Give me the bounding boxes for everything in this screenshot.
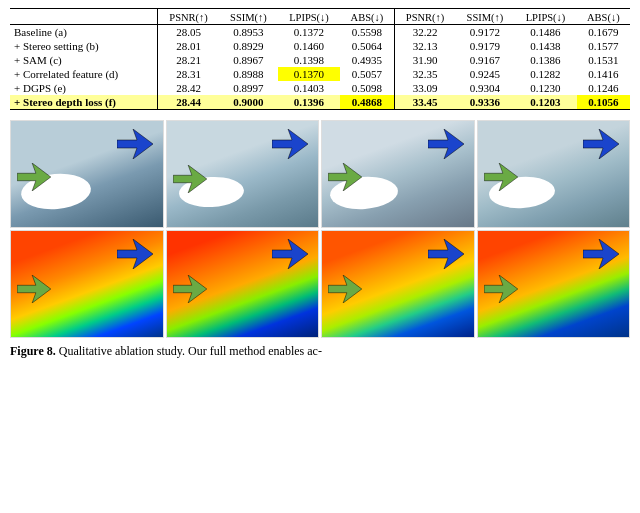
green-arrow-d-bot [173, 275, 207, 303]
row-value: 0.1372 [278, 25, 340, 40]
row-value: 0.1679 [577, 25, 630, 40]
row-value: 0.9304 [456, 81, 515, 95]
row-value: 0.1386 [514, 53, 576, 67]
figure-caption-text: Qualitative ablation study. Our full met… [59, 344, 322, 358]
svg-marker-4 [428, 129, 464, 159]
row-value: 0.8929 [219, 39, 278, 53]
row-value: 0.5057 [340, 67, 394, 81]
row-value: 0.9179 [456, 39, 515, 53]
image-d-bot [166, 230, 320, 338]
row-value: 32.35 [394, 67, 456, 81]
green-arrow-b-top [17, 163, 51, 191]
green-arrow-f-bot [484, 275, 518, 303]
row-value: 0.9000 [219, 95, 278, 110]
row-value: 0.8988 [219, 67, 278, 81]
image-f-top [477, 120, 631, 228]
row-value: 0.1203 [514, 95, 576, 110]
row-value: 0.9167 [456, 53, 515, 67]
row-label: + Stereo depth loss (f) [10, 95, 158, 110]
table-subheader-row: PSNR(↑) SSIM(↑) LPIPS(↓) ABS(↓) PSNR(↑) … [10, 11, 630, 25]
row-value: 0.1370 [278, 67, 340, 81]
figure-caption: Figure 8. Qualitative ablation study. Ou… [10, 344, 630, 360]
row-value: 0.1246 [577, 81, 630, 95]
row-value: 0.9336 [456, 95, 515, 110]
row-value: 0.1438 [514, 39, 576, 53]
images-top-row [10, 120, 630, 228]
svg-marker-11 [173, 275, 207, 303]
svg-marker-15 [484, 275, 518, 303]
svg-marker-2 [272, 129, 308, 159]
row-value: 28.31 [158, 67, 220, 81]
image-b-bot [10, 230, 164, 338]
metric-5: PSNR(↑) [394, 11, 456, 25]
row-value: 33.09 [394, 81, 456, 95]
metric-6: SSIM(↑) [456, 11, 515, 25]
row-value: 0.5598 [340, 25, 394, 40]
svg-marker-10 [272, 239, 308, 269]
blue-arrow-d-top [272, 129, 308, 159]
row-value: 28.21 [158, 53, 220, 67]
green-arrow-f-top [484, 163, 518, 191]
svg-marker-6 [583, 129, 619, 159]
row-value: 28.01 [158, 39, 220, 53]
row-value: 0.1403 [278, 81, 340, 95]
row-label: + Correlated feature (d) [10, 67, 158, 81]
svg-marker-8 [117, 239, 153, 269]
row-value: 0.1398 [278, 53, 340, 67]
row-value: 0.1577 [577, 39, 630, 53]
table-row: + Stereo setting (b)28.010.89290.14600.5… [10, 39, 630, 53]
blue-arrow-b-bot [117, 239, 153, 269]
row-value: 32.13 [394, 39, 456, 53]
green-arrow-b-bot [17, 275, 51, 303]
images-bottom-row [10, 230, 630, 338]
row-value: 28.44 [158, 95, 220, 110]
row-value: 0.1396 [278, 95, 340, 110]
table-row: + Stereo depth loss (f)28.440.90000.1396… [10, 95, 630, 110]
blue-arrow-e-bot [428, 239, 464, 269]
svg-marker-12 [428, 239, 464, 269]
row-value: 0.1056 [577, 95, 630, 110]
table-row: + DGPS (e)28.420.89970.14030.509833.090.… [10, 81, 630, 95]
row-value: 0.4935 [340, 53, 394, 67]
blue-arrow-f-top [583, 129, 619, 159]
metric-2: SSIM(↑) [219, 11, 278, 25]
image-b-top [10, 120, 164, 228]
image-e-bot [321, 230, 475, 338]
blue-arrow-f-bot [583, 239, 619, 269]
image-f-bot [477, 230, 631, 338]
row-value: 31.90 [394, 53, 456, 67]
row-label: Baseline (a) [10, 25, 158, 40]
row-value: 0.9245 [456, 67, 515, 81]
row-value: 0.1531 [577, 53, 630, 67]
row-value: 0.4868 [340, 95, 394, 110]
figure-caption-bold: Figure 8. [10, 344, 56, 358]
svg-marker-1 [17, 163, 51, 191]
metric-3: LPIPS(↓) [278, 11, 340, 25]
image-d-top [166, 120, 320, 228]
qualitative-images [10, 118, 630, 338]
row-value: 0.8967 [219, 53, 278, 67]
row-value: 32.22 [394, 25, 456, 40]
table-row: + SAM (c)28.210.89670.13980.493531.900.9… [10, 53, 630, 67]
blue-arrow-b-top [117, 129, 153, 159]
table-row: + Correlated feature (d)28.310.89880.137… [10, 67, 630, 81]
green-arrow-e-bot [328, 275, 362, 303]
row-value: 0.5064 [340, 39, 394, 53]
row-value: 28.42 [158, 81, 220, 95]
svg-marker-5 [328, 163, 362, 191]
svg-marker-3 [173, 165, 207, 193]
green-arrow-e-top [328, 163, 362, 191]
blue-arrow-d-bot [272, 239, 308, 269]
row-value: 0.1282 [514, 67, 576, 81]
row-value: 0.1486 [514, 25, 576, 40]
row-value: 28.05 [158, 25, 220, 40]
image-e-top [321, 120, 475, 228]
svg-marker-9 [17, 275, 51, 303]
row-value: 0.8953 [219, 25, 278, 40]
ablation-table: PSNR(↑) SSIM(↑) LPIPS(↓) ABS(↓) PSNR(↑) … [10, 8, 630, 110]
metric-7: LPIPS(↓) [514, 11, 576, 25]
metric-4: ABS(↓) [340, 11, 394, 25]
row-value: 33.45 [394, 95, 456, 110]
row-value: 0.1460 [278, 39, 340, 53]
blue-arrow-e-top [428, 129, 464, 159]
